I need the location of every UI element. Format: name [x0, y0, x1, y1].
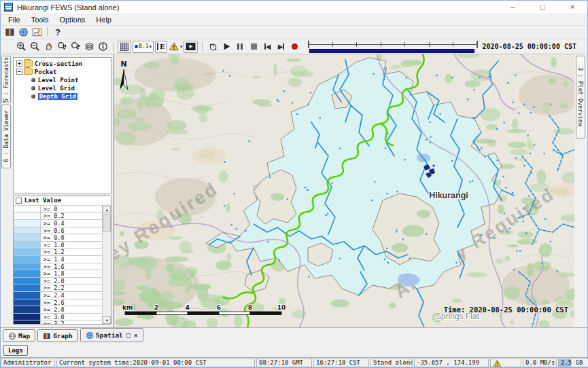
status-local-time: 16:27:18 CST	[313, 358, 369, 367]
status-warning-cell[interactable]	[490, 358, 521, 367]
time-slider[interactable]	[308, 41, 477, 53]
menu-tools[interactable]: Tools	[26, 16, 54, 24]
legend-row: >= 1.0	[14, 242, 102, 249]
legend-row: >= 1.4	[14, 256, 102, 263]
tree-item-level-point[interactable]: Level Point	[15, 76, 111, 84]
legend-row: >= 2.6	[14, 299, 102, 307]
tree-item-cross-section[interactable]: + Cross-section	[15, 60, 111, 68]
map-canvas[interactable]: API Key Required API Key Required	[114, 54, 575, 327]
grid-display-icon[interactable]	[118, 41, 131, 53]
legend-row: >= 2.0	[14, 278, 102, 285]
window-title: Hikurangi FEWS (Stand alone)	[17, 3, 119, 12]
zoom-next-icon[interactable]	[69, 41, 82, 53]
collapse-icon[interactable]: −	[16, 69, 22, 75]
legend-row: >= 0.8	[14, 234, 102, 242]
legend-row: >= 0.2	[14, 213, 102, 220]
step-backward-icon[interactable]: ◀	[261, 41, 273, 53]
database-icon[interactable]	[3, 26, 16, 38]
spatial-map[interactable]: API Key Required API Key Required	[114, 54, 574, 327]
legend-row: >= 0.4	[14, 220, 102, 227]
legend-row: >= 1.6	[14, 263, 102, 271]
pause-icon[interactable]	[234, 41, 246, 53]
scroll-thumb[interactable]	[103, 214, 111, 232]
tab-forecasts[interactable]: 5 : Forecasts	[1, 56, 11, 103]
app-icon	[4, 3, 13, 12]
marker-size-select[interactable]: 0.1 ▾	[133, 41, 154, 53]
label-tool-icon[interactable]: E	[155, 41, 167, 53]
folder-icon	[24, 60, 33, 67]
animation-display-icon[interactable]	[184, 41, 198, 53]
status-memory: 2.5 GB	[558, 358, 588, 367]
warning-icon	[493, 359, 502, 367]
play-icon[interactable]	[220, 41, 232, 53]
tree-item-depth-grid[interactable]: Depth Grid	[15, 92, 111, 100]
tab-graph[interactable]: Graph	[37, 329, 78, 342]
tab-plot-overview[interactable]: 3 : Plot Overview	[576, 56, 585, 139]
map-globe-icon[interactable]	[17, 26, 29, 38]
legend-row: >= 0.6	[14, 227, 102, 235]
restore-icon[interactable]: □	[126, 332, 131, 339]
svg-text:km: km	[122, 304, 133, 311]
step-forward-icon[interactable]: ▶	[275, 41, 287, 53]
chevron-down-icon: ▾	[180, 44, 183, 50]
legend-row: >= 2.2	[14, 284, 102, 292]
zoom-out-icon[interactable]	[29, 41, 41, 53]
layers-icon[interactable]	[83, 41, 95, 53]
tab-spatial[interactable]: Spatial □ ✕	[80, 328, 143, 342]
legend-row: >= 1.8	[14, 270, 102, 278]
zoom-in-icon[interactable]	[15, 41, 27, 53]
legend-row: >= 3.0	[14, 314, 102, 321]
logs-button[interactable]: Logs	[3, 345, 28, 356]
close-button[interactable]: ×	[557, 1, 587, 14]
status-coordinates: -35.657 , 174.199	[414, 358, 489, 367]
node-bullet-icon	[31, 78, 35, 82]
scroll-down-icon[interactable]: ▼	[103, 316, 111, 324]
close-tab-icon[interactable]: ✕	[134, 332, 138, 339]
legend-title: Last Value	[24, 197, 61, 204]
status-gmt-time: 08:27:18 GMT	[256, 358, 312, 367]
timeseries-chart-icon[interactable]	[31, 26, 43, 38]
menu-options[interactable]: Options	[54, 16, 90, 24]
legend-row: >= 2.8	[14, 306, 102, 314]
record-icon[interactable]	[288, 41, 300, 53]
legend-row: >= 2.4	[14, 292, 102, 299]
chevron-down-icon: ▾	[149, 44, 152, 50]
svg-text:8: 8	[248, 304, 252, 311]
timeline-range-bar	[309, 49, 474, 53]
left-tab-strip: 5 : Forecasts 6 : Data Viewer	[1, 54, 12, 327]
svg-text:4: 4	[186, 304, 190, 311]
scroll-up-icon[interactable]: ▲	[103, 206, 111, 213]
info-icon[interactable]	[97, 41, 109, 53]
folder-icon	[24, 69, 33, 75]
legend-scrollbar[interactable]: ▲ ▼	[102, 206, 111, 324]
marker-size-value: 0.1	[139, 43, 148, 50]
status-mode: Stand alone	[370, 358, 413, 367]
minimize-button[interactable]: –	[498, 1, 528, 14]
last-value-checkbox[interactable]	[16, 198, 22, 204]
tab-data-viewer[interactable]: 6 : Data Viewer	[1, 105, 11, 168]
tree-item-level-grid[interactable]: Level Grid	[15, 84, 111, 92]
menu-file[interactable]: File	[3, 16, 26, 24]
filter-tree[interactable]: + Cross-section − Pocket Level Point Lev…	[13, 57, 111, 194]
thresholds-warning-icon[interactable]: ▾	[169, 41, 183, 53]
maximize-button[interactable]: □	[528, 1, 557, 14]
svg-text:N: N	[121, 60, 127, 69]
tab-map[interactable]: Map	[3, 329, 35, 342]
pan-hand-icon[interactable]	[42, 41, 54, 53]
main-toolbar: ?	[1, 26, 587, 40]
expand-icon[interactable]: +	[16, 60, 22, 67]
tree-item-pocket[interactable]: − Pocket	[15, 68, 111, 76]
town-label: Hikurangi	[429, 191, 468, 200]
animation-loop-icon[interactable]	[207, 41, 219, 53]
map-time-label: Time: 2020-08-25 00:00:00 CST	[444, 306, 568, 314]
bottom-tab-bar: Map Graph Spatial □ ✕	[1, 327, 587, 344]
stop-icon[interactable]	[247, 41, 260, 53]
data-viewer-panel: + Cross-section − Pocket Level Point Lev…	[12, 54, 114, 327]
current-time-label: 2020-08-25 00:00:00 CST	[483, 43, 576, 50]
zoom-previous-icon[interactable]	[56, 41, 68, 53]
menu-help[interactable]: Help	[90, 16, 117, 24]
help-icon[interactable]: ?	[52, 26, 64, 38]
application-window: Hikurangi FEWS (Stand alone) – □ × File …	[0, 0, 588, 368]
map-toolbar: 0.1 ▾ E ▾ ◀ ▶	[1, 39, 587, 54]
legend-row: >= 3.2	[14, 320, 102, 324]
